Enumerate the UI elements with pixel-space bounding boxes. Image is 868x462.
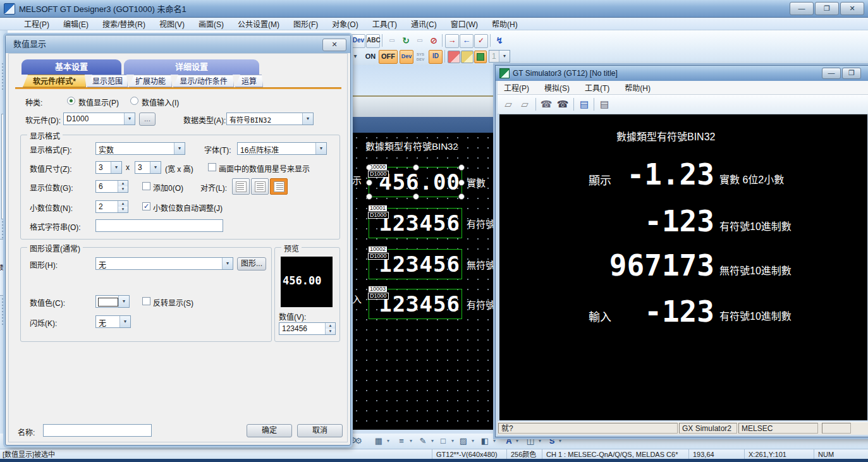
digits-spinner[interactable]: 6 ▲▼ [95, 180, 128, 193]
rect-tool-caret[interactable]: ▾ [451, 438, 454, 444]
simulator-restore-button[interactable]: ❐ [842, 68, 861, 79]
addzero-checkbox[interactable] [142, 182, 150, 190]
menu-figure[interactable]: 图形(F) [293, 18, 318, 29]
sim-stop-icon[interactable]: ☎ [556, 97, 570, 111]
close-button[interactable]: ✕ [840, 2, 864, 15]
line-style-icon[interactable]: ≡ [394, 435, 408, 447]
menu-screen[interactable]: 画面(S) [199, 18, 224, 29]
verify-icon[interactable]: ✓ [474, 34, 488, 48]
dialog-titlebar[interactable]: 数值显示 [6, 35, 350, 53]
tab-trigger[interactable]: 显示/动作条件 [173, 75, 234, 87]
menu-tools[interactable]: 工具(T) [372, 18, 397, 29]
align-center-button[interactable] [251, 178, 269, 195]
text-list-icon[interactable]: ABC [366, 34, 380, 48]
simulator-titlebar[interactable]: GT Simulator3 (GT12) [No title] — ❐ [496, 66, 868, 81]
numeric-display-object-4[interactable]: 123456 10003 D1000 [369, 289, 462, 319]
asterisk-checkbox[interactable] [208, 163, 216, 171]
back-layer-icon[interactable] [461, 51, 474, 63]
pen-tool-icon[interactable]: ✎ [416, 435, 430, 447]
sim-menu-simulate[interactable]: 模拟(S) [544, 82, 570, 93]
device-list-icon[interactable]: Dev [351, 34, 365, 48]
fill-tool-caret[interactable]: ▾ [493, 438, 496, 444]
fill-tool-icon[interactable]: ◧ [478, 435, 492, 447]
align-left-button[interactable] [232, 178, 250, 195]
numeric-display-object-2[interactable]: 123456 10001 D1000 [369, 208, 462, 238]
autoadjust-checkbox[interactable]: ✓ [142, 202, 150, 210]
stop-icon[interactable]: ⊘ [427, 34, 441, 48]
menu-window[interactable]: 窗口(W) [451, 18, 478, 29]
front-layer-icon[interactable] [448, 51, 460, 63]
align-right-button[interactable] [270, 178, 288, 195]
decimal-spinner[interactable]: 2 ▲▼ [95, 200, 128, 213]
sim-open-icon[interactable]: ▱ [501, 97, 515, 111]
selection-handle[interactable] [458, 193, 465, 200]
monitor2-icon[interactable]: ▭ [413, 34, 427, 48]
numeric-display-object-1[interactable]: 456.00 10000 D1000 [369, 167, 462, 197]
menu-edit[interactable]: 编辑(E) [63, 18, 89, 29]
sim-menu-project[interactable]: 工程(P) [504, 82, 529, 93]
sysdev-view-button[interactable]: SYS DEV [414, 50, 427, 63]
selection-handle[interactable] [413, 164, 419, 171]
addzero-label[interactable]: 添加0(O) [153, 182, 183, 193]
cancel-button[interactable]: 取消 [297, 424, 343, 437]
selection-handle[interactable] [366, 164, 372, 171]
asterisk-label[interactable]: 画面中的数值用星号来显示 [219, 163, 310, 174]
pen-tool-caret[interactable]: ▾ [431, 438, 434, 444]
lamp-off-button[interactable]: OFF [379, 50, 398, 64]
sim-device-monitor-icon[interactable]: ▤ [577, 97, 591, 111]
autoadjust-label[interactable]: 小数位数自动调整(J) [153, 202, 223, 213]
menu-search[interactable]: 搜索/替换(R) [102, 18, 145, 29]
selection-handle[interactable] [366, 179, 372, 186]
formatstr-input[interactable] [95, 219, 223, 232]
screen-number-combo[interactable]: 1 ▾ [489, 50, 510, 63]
datatype-combo[interactable]: 有符号BIN32▾ [226, 112, 314, 125]
dock-grip[interactable] [2, 298, 4, 325]
size-height-combo[interactable]: 3▾ [135, 161, 161, 174]
device-combo[interactable]: D1000▾ [63, 112, 135, 125]
menu-help[interactable]: 帮助(H) [492, 18, 518, 29]
sim-menu-tools[interactable]: 工具(T) [585, 82, 609, 93]
both-layer-icon[interactable] [474, 51, 487, 63]
kind-input-radio[interactable] [130, 97, 138, 105]
sim-menu-help[interactable]: 帮助(H) [625, 82, 651, 93]
refresh-icon[interactable]: ↻ [399, 34, 413, 48]
sprite-tool-caret[interactable]: ▾ [559, 438, 561, 444]
minimize-button[interactable]: — [790, 2, 814, 15]
menu-communication[interactable]: 通讯(C) [411, 18, 437, 29]
blink-combo[interactable]: 无▾ [95, 315, 131, 328]
size-width-combo[interactable]: 3▾ [95, 161, 122, 174]
wrench-icon[interactable]: ⚙ [351, 435, 365, 447]
device-browse-button[interactable]: ... [139, 112, 156, 126]
hatch-tool-caret[interactable]: ▾ [472, 438, 474, 444]
dialog-close-button[interactable]: ✕ [322, 39, 346, 51]
kind-display-radio[interactable] [67, 97, 75, 105]
line-style-caret[interactable]: ▾ [410, 438, 412, 444]
format-combo[interactable]: 实数▾ [95, 142, 185, 155]
read-from-got-icon[interactable]: ← [460, 34, 474, 48]
selection-handle[interactable] [366, 193, 372, 200]
selection-handle[interactable] [413, 193, 419, 200]
shape-combo[interactable]: 无▾ [95, 257, 233, 270]
hatch-tool-icon[interactable]: ▨ [456, 435, 470, 447]
sim-open2-icon[interactable]: ▱ [518, 97, 532, 111]
numeric-color-combo[interactable]: ▾ [95, 295, 130, 308]
tab-operation[interactable]: 运算 [235, 75, 263, 87]
comm-setup-icon[interactable]: ↯ [492, 34, 506, 48]
screen-editor-canvas[interactable]: 數據類型有符號BIN32 示 入 456.00 10000 D1000 實數 1… [351, 133, 499, 430]
numeric-display-object-3[interactable]: 123456 10002 D1000 [369, 249, 462, 279]
ok-button[interactable]: 确定 [247, 424, 292, 437]
menu-object[interactable]: 对象(O) [332, 18, 358, 29]
tab-extended[interactable]: 扩展功能 [129, 75, 172, 87]
selection-handle[interactable] [458, 164, 465, 171]
monitor-icon[interactable]: ▭ [385, 34, 399, 48]
sim-row4-value[interactable]: -123 [563, 297, 714, 326]
shape-browse-button[interactable]: 图形... [237, 257, 266, 271]
dock-grip[interactable] [2, 63, 4, 90]
font-combo[interactable]: 16点阵标准▾ [237, 142, 327, 155]
tab-display-range[interactable]: 显示范围 [87, 75, 128, 87]
simulator-screen[interactable]: 數據類型有符號BIN32 顯示 -1.23 實數 6位2小數 -123 有符號1… [499, 114, 867, 420]
preview-value-spinner[interactable]: 123456 ▲▼ [279, 322, 336, 335]
tab-device-style[interactable]: 软元件/样式* [23, 75, 86, 87]
text-tool-caret[interactable]: ▾ [516, 438, 518, 444]
kind-input-label[interactable]: 数值输入(I) [142, 97, 179, 107]
